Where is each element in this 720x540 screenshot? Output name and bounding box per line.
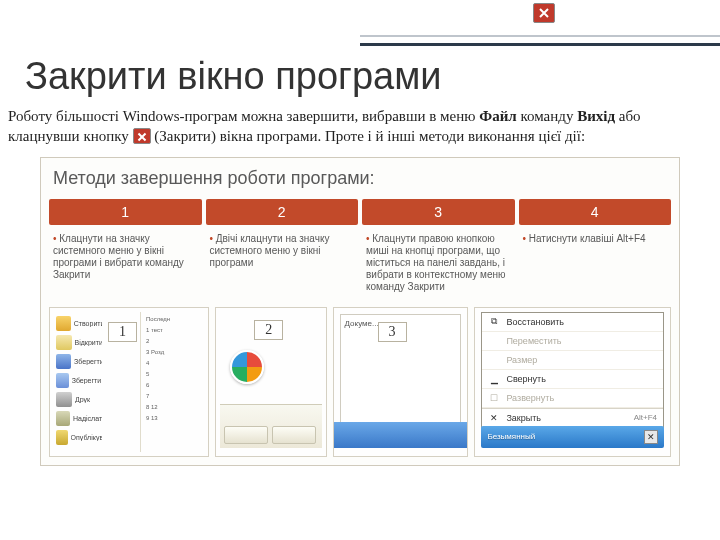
taskbar-item: Безымянный ✕ xyxy=(481,426,664,448)
menu-label: Друк xyxy=(75,396,90,403)
bold-file: Файл xyxy=(479,108,516,124)
maximize-icon: ☐ xyxy=(488,392,500,404)
decorative-rules xyxy=(360,35,720,52)
footer-buttons xyxy=(224,426,316,444)
bold-exit: Вихід xyxy=(577,108,615,124)
screenshots-row: 1 Створити Відкрити Зберегти Зберегти як… xyxy=(45,301,675,461)
menu-label: Развернуть xyxy=(506,393,554,403)
methods-figure: Методи завершення роботи програми: 1 Кла… xyxy=(40,157,680,466)
column-text: Натиснути клавіші Alt+F4 xyxy=(519,225,672,253)
recent-head: Последн xyxy=(146,316,204,322)
blank-icon xyxy=(488,354,500,366)
column-number: 2 xyxy=(206,199,359,225)
close-icon: ✕ xyxy=(644,430,658,444)
recent-item: 1 тест xyxy=(146,327,204,333)
menu-label: Переместить xyxy=(506,336,561,346)
menu-label: Зберегти xyxy=(74,358,102,365)
body-part: (Закрити) вікна програми. Проте і й інші… xyxy=(151,128,586,144)
menu-label: Створити xyxy=(74,320,102,327)
restore-icon: ⧉ xyxy=(488,316,500,328)
column-text: Клацнути на значку системного меню у вік… xyxy=(49,225,202,289)
recent-item: 9 13 xyxy=(146,415,204,421)
recent-list: Последн 1 тест 2 3 Розд 4 5 6 7 8 12 9 1… xyxy=(146,316,204,426)
menu-maximize: ☐Развернуть xyxy=(482,389,663,408)
blank-icon xyxy=(488,335,500,347)
method-column: 3 Клацнути правою кнопкою миші на кнопці… xyxy=(362,199,515,301)
menu-label: Восстановить xyxy=(506,317,564,327)
office-button-icon xyxy=(230,350,264,384)
recent-item: 5 xyxy=(146,371,204,377)
recent-item: 7 xyxy=(146,393,204,399)
menu-minimize: ▁Свернуть xyxy=(482,370,663,389)
menu-restore: ⧉Восстановить xyxy=(482,313,663,332)
body-text: Роботу більшості Windows-програм можна з… xyxy=(8,106,710,147)
context-menu: ⧉Восстановить Переместить Размер ▁Сверну… xyxy=(481,312,664,429)
close-icon xyxy=(133,128,151,144)
screenshot-3: 3 Докуме... xyxy=(333,307,469,457)
badge-2: 2 xyxy=(254,320,283,340)
menu-label: Закрыть xyxy=(506,413,541,423)
body-part: команду xyxy=(517,108,577,124)
new-icon xyxy=(56,316,71,331)
method-column: 1 Клацнути на значку системного меню у в… xyxy=(49,199,202,301)
column-text: Двічі клацнути на значку системного меню… xyxy=(206,225,359,277)
file-menu-items: Створити Відкрити Зберегти Зберегти як Д… xyxy=(54,314,102,447)
save-icon xyxy=(56,354,71,369)
screenshot-1: 1 Створити Відкрити Зберегти Зберегти як… xyxy=(49,307,209,457)
figure-columns: 1 Клацнути на значку системного меню у в… xyxy=(45,199,675,301)
separator xyxy=(140,312,141,452)
recent-item: 2 xyxy=(146,338,204,344)
page-title: Закрити вікно програми xyxy=(25,55,720,98)
body-part: Роботу більшості Windows-програм можна з… xyxy=(8,108,479,124)
column-number: 1 xyxy=(49,199,202,225)
recent-item: 6 xyxy=(146,382,204,388)
saveas-icon xyxy=(56,373,69,388)
close-icon: ✕ xyxy=(488,412,500,424)
menu-label: Размер xyxy=(506,355,537,365)
menu-label: Свернуть xyxy=(506,374,545,384)
column-text: Клацнути правою кнопкою миші на кнопці п… xyxy=(362,225,515,301)
menu-label: Зберегти як xyxy=(72,377,102,384)
menu-label: Надіслати xyxy=(73,415,102,422)
recent-item: 8 12 xyxy=(146,404,204,410)
taskbar-label: Безымянный xyxy=(487,432,535,441)
figure-title: Методи завершення роботи програми: xyxy=(45,162,675,199)
menu-label: Опублікувати xyxy=(71,434,102,441)
document-label: Докуме... xyxy=(345,319,379,328)
close-icon xyxy=(533,3,555,23)
publish-icon xyxy=(56,430,68,445)
open-icon xyxy=(56,335,72,350)
badge-3: 3 xyxy=(378,322,407,342)
recent-item: 3 Розд xyxy=(146,349,204,355)
menu-move: Переместить xyxy=(482,332,663,351)
column-number: 3 xyxy=(362,199,515,225)
column-number: 4 xyxy=(519,199,672,225)
method-column: 4 Натиснути клавіші Alt+F4 xyxy=(519,199,672,301)
send-icon xyxy=(56,411,70,426)
badge-1: 1 xyxy=(108,322,137,342)
recent-item: 4 xyxy=(146,360,204,366)
print-icon xyxy=(56,392,72,407)
shortcut-label: Alt+F4 xyxy=(634,413,657,422)
minimize-icon: ▁ xyxy=(488,373,500,385)
method-column: 2 Двічі клацнути на значку системного ме… xyxy=(206,199,359,301)
menu-footer xyxy=(220,404,321,448)
screenshot-2: 2 xyxy=(215,307,326,457)
menu-size: Размер xyxy=(482,351,663,370)
menu-label: Відкрити xyxy=(75,339,102,346)
menu-close: ✕ Закрыть Alt+F4 xyxy=(482,408,663,428)
taskbar xyxy=(334,422,468,448)
screenshot-4: ⧉Восстановить Переместить Размер ▁Сверну… xyxy=(474,307,671,457)
